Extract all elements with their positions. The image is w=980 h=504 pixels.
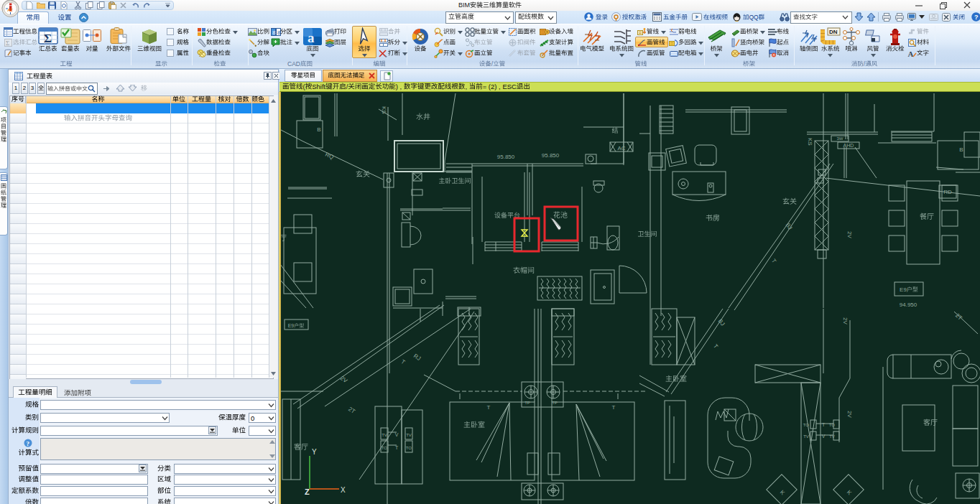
svg-text:K: K <box>846 489 854 497</box>
svg-text:TV: TV <box>803 434 809 439</box>
svg-text:RQ: RQ <box>324 151 335 161</box>
svg-text:B: B <box>317 126 320 133</box>
svg-text:1: 1 <box>14 85 18 91</box>
svg-text:Z: Z <box>305 487 310 496</box>
svg-text:KS: KS <box>807 138 813 146</box>
svg-text:/: / <box>346 83 348 90</box>
svg-text:AHD: AHD <box>843 143 854 148</box>
svg-text:Σ: Σ <box>6 39 9 47</box>
svg-text:AZ: AZ <box>7 8 13 12</box>
svg-text:8: 8 <box>272 29 276 36</box>
svg-text:KS: KS <box>381 106 387 114</box>
svg-text:QQ: QQ <box>749 14 759 21</box>
svg-text:/: / <box>491 60 494 67</box>
svg-text:2: 2 <box>22 85 26 91</box>
svg-text:95.850: 95.850 <box>497 154 515 160</box>
svg-text:95.850: 95.850 <box>542 152 560 159</box>
svg-text:A: A <box>908 50 914 58</box>
svg-text:3W: 3W <box>837 136 843 141</box>
svg-text:B: B <box>959 146 963 153</box>
svg-text:T: T <box>770 258 777 264</box>
svg-text:2T: 2T <box>347 406 356 415</box>
svg-text:2V: 2V <box>846 231 853 238</box>
svg-text:X: X <box>341 486 346 494</box>
svg-text:BJ: BJ <box>717 318 726 327</box>
svg-text:TP: TP <box>552 401 558 405</box>
svg-text:(: ( <box>303 83 306 90</box>
svg-text:AC: AC <box>617 145 625 151</box>
svg-text:V: V <box>395 432 399 437</box>
svg-text:T: T <box>399 358 406 365</box>
svg-text:94.950: 94.950 <box>900 302 917 308</box>
svg-text:V: V <box>822 434 826 439</box>
svg-text:2V: 2V <box>842 317 849 325</box>
svg-text:TP: TP <box>524 401 530 405</box>
svg-text:?: ? <box>27 440 30 447</box>
svg-text:TO: TO <box>803 423 810 427</box>
svg-text:CAD: CAD <box>287 60 300 67</box>
svg-text:DN: DN <box>829 29 838 35</box>
svg-text:TV: TV <box>382 433 387 437</box>
svg-text:E9: E9 <box>900 286 907 293</box>
svg-text:BJ: BJ <box>785 222 794 231</box>
svg-text:TO: TO <box>382 446 388 450</box>
svg-text:T: T <box>395 445 399 450</box>
svg-text:BIM: BIM <box>458 1 470 9</box>
svg-text:T: T <box>712 343 719 350</box>
svg-text:,: , <box>465 83 468 90</box>
svg-text:0: 0 <box>251 414 254 422</box>
svg-text:/: / <box>864 60 866 67</box>
svg-text:K: K <box>779 489 787 497</box>
svg-text:T: T <box>822 422 826 427</box>
svg-text:TV: TV <box>406 433 412 437</box>
svg-text:2V: 2V <box>846 411 853 418</box>
svg-text:TO: TO <box>406 446 412 450</box>
svg-text:RJ: RJ <box>412 353 422 362</box>
svg-text:?: ? <box>974 14 979 21</box>
svg-text:Σ: Σ <box>44 32 52 45</box>
svg-text:Shift: Shift <box>312 83 325 90</box>
svg-text:RD: RD <box>943 189 952 195</box>
svg-text:T: T <box>612 404 616 411</box>
svg-text:a: a <box>308 30 315 45</box>
svg-text:) ,: ) , <box>396 83 404 90</box>
svg-text:= (2) , ESC: = (2) , ESC <box>483 83 517 90</box>
svg-text:Y: Y <box>312 448 317 456</box>
svg-text:2T: 2T <box>954 312 963 322</box>
svg-text:E9: E9 <box>288 323 295 328</box>
svg-text:2V: 2V <box>339 375 349 384</box>
svg-text:T: T <box>487 404 491 411</box>
svg-text:3: 3 <box>31 85 34 91</box>
